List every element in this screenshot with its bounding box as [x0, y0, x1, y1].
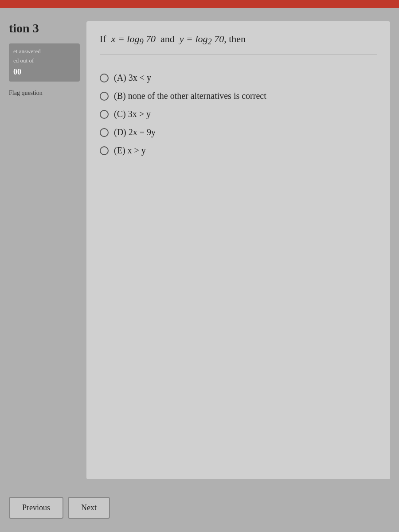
option-A-label: (A) 3x < y — [114, 73, 151, 83]
navigation-bar: Previous Next — [0, 488, 399, 532]
question-number: tion 3 — [9, 21, 80, 35]
main-container: tion 3 et answered ed out of 00 Flag que… — [0, 8, 399, 532]
option-E-radio[interactable] — [100, 146, 109, 155]
score-value: 00 — [13, 66, 75, 78]
graded-label: ed out of — [13, 56, 75, 66]
sidebar: tion 3 et answered ed out of 00 Flag que… — [9, 21, 80, 479]
option-E-label: (E) x > y — [114, 145, 146, 156]
option-A[interactable]: (A) 3x < y — [100, 73, 377, 83]
question-panel: If x = log9 70 and y = log2 70, then (A)… — [86, 21, 390, 479]
option-B-radio[interactable] — [100, 92, 109, 101]
red-accent-bar — [0, 0, 399, 8]
option-D-label: (D) 2x = 9y — [114, 127, 156, 137]
not-answered-label: et answered — [13, 47, 75, 56]
options-list: (A) 3x < y (B) none of the other alterna… — [100, 73, 377, 156]
math-expression-x: x = log9 70 — [111, 33, 156, 44]
sidebar-info-box: et answered ed out of 00 — [9, 43, 80, 82]
option-B-label: (B) none of the other alternatives is co… — [114, 91, 266, 101]
option-C-radio[interactable] — [100, 110, 109, 119]
next-button[interactable]: Next — [68, 497, 110, 519]
flag-question-button[interactable]: Flag question — [9, 90, 80, 97]
content-area: tion 3 et answered ed out of 00 Flag que… — [0, 8, 399, 488]
option-D-radio[interactable] — [100, 128, 109, 137]
previous-button[interactable]: Previous — [9, 497, 63, 519]
option-C[interactable]: (C) 3x > y — [100, 109, 377, 119]
option-C-label: (C) 3x > y — [114, 109, 151, 119]
option-B[interactable]: (B) none of the other alternatives is co… — [100, 91, 377, 101]
option-E[interactable]: (E) x > y — [100, 145, 377, 156]
math-expression-y: y = log2 70 — [180, 33, 224, 44]
option-D[interactable]: (D) 2x = 9y — [100, 127, 377, 137]
question-text: If x = log9 70 and y = log2 70, then — [100, 32, 377, 55]
option-A-radio[interactable] — [100, 74, 109, 82]
